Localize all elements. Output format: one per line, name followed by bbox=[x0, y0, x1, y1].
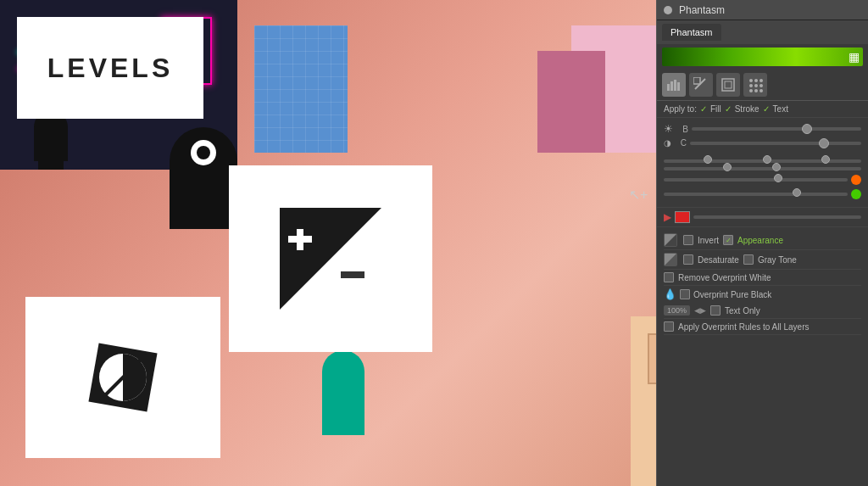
levels-plus-minus-icon bbox=[280, 208, 381, 310]
channel-row-3 bbox=[664, 175, 861, 185]
fill-label[interactable]: Fill bbox=[710, 104, 721, 114]
c-slider-thumb[interactable] bbox=[819, 138, 829, 148]
apply-overprint-label[interactable]: Apply Overprint Rules to All Layers bbox=[678, 322, 810, 332]
halftone-icon-btn[interactable] bbox=[743, 73, 767, 97]
remove-overprint-label[interactable]: Remove Overprint White bbox=[678, 273, 771, 282]
stroke-check: ✓ bbox=[725, 104, 732, 114]
orange-dot bbox=[851, 175, 861, 185]
panel-title: Phantasm bbox=[679, 4, 725, 16]
stepper-icon[interactable]: ◀▶ bbox=[694, 306, 706, 315]
remove-overprint-row: Remove Overprint White bbox=[664, 270, 861, 286]
ch-thumb-2b[interactable] bbox=[772, 163, 781, 171]
panel-titlebar: Phantasm bbox=[657, 0, 868, 20]
text-only-label[interactable]: Text Only bbox=[725, 306, 760, 316]
menu-icon: ▦ bbox=[849, 50, 860, 64]
appearance-checkbox[interactable] bbox=[723, 235, 733, 245]
levels-card: LEVELS bbox=[17, 17, 203, 119]
green-dot bbox=[851, 189, 861, 199]
svg-rect-10 bbox=[674, 80, 676, 91]
options-section: Invert Appearance Desaturate Gray Tone R… bbox=[657, 227, 868, 338]
phantasm-panel: Phantasm Phantasm ▦ bbox=[656, 0, 868, 486]
c-label: C bbox=[675, 138, 687, 148]
main-character-figure bbox=[170, 127, 237, 229]
color-slider[interactable] bbox=[693, 215, 861, 219]
bc-sliders: ☀ B ◑ C bbox=[657, 118, 868, 156]
gradient-preset-bar[interactable]: ▦ bbox=[662, 47, 863, 66]
desaturate-icon bbox=[664, 253, 677, 266]
ch-slider-2[interactable] bbox=[664, 167, 861, 170]
invert-row: Invert Appearance bbox=[664, 231, 861, 250]
contrast-icon: ◑ bbox=[664, 138, 671, 148]
color-row: ▶ bbox=[657, 208, 868, 227]
svg-point-21 bbox=[760, 84, 763, 87]
channel-sliders-section bbox=[657, 156, 868, 208]
stroke-label[interactable]: Stroke bbox=[735, 104, 760, 114]
svg-rect-9 bbox=[670, 81, 673, 91]
desaturate-label[interactable]: Desaturate bbox=[698, 255, 739, 265]
svg-rect-15 bbox=[725, 81, 732, 88]
svg-rect-14 bbox=[722, 79, 734, 91]
apply-overprint-checkbox[interactable] bbox=[664, 321, 674, 332]
svg-rect-8 bbox=[667, 84, 670, 91]
cursor-icon: ↖+ bbox=[629, 187, 649, 207]
apply-to-row: Apply to: ✓ Fill ✓ Stroke ✓ Text bbox=[657, 101, 868, 118]
svg-point-16 bbox=[749, 79, 753, 82]
channel-row-1 bbox=[664, 159, 861, 163]
sun-icon: ☀ bbox=[664, 123, 673, 135]
fill-check: ✓ bbox=[700, 104, 707, 114]
ch-thumb-1c[interactable] bbox=[821, 155, 830, 164]
appearance-label[interactable]: Appearance bbox=[737, 236, 783, 245]
invert-checkbox[interactable] bbox=[683, 235, 693, 245]
color-swatch[interactable] bbox=[675, 211, 690, 223]
pink-building-2 bbox=[537, 51, 605, 153]
color-arrow-icon[interactable]: ▶ bbox=[664, 211, 671, 223]
teal-character-figure bbox=[322, 350, 364, 435]
ch-slider-1[interactable] bbox=[664, 159, 861, 163]
b-slider-thumb[interactable] bbox=[802, 124, 812, 134]
svg-point-23 bbox=[754, 89, 758, 92]
histogram-icon-btn[interactable] bbox=[662, 73, 686, 97]
ch-slider-4[interactable] bbox=[664, 193, 848, 196]
text-check: ✓ bbox=[763, 104, 770, 114]
curves-icon-btn[interactable] bbox=[716, 73, 740, 97]
blue-building-grid bbox=[254, 25, 348, 153]
gray-tone-checkbox[interactable] bbox=[743, 254, 754, 265]
levels-title: LEVELS bbox=[47, 53, 173, 84]
levels-icon-btn[interactable] bbox=[689, 73, 713, 97]
apply-overprint-row: Apply Overprint Rules to All Layers bbox=[664, 319, 861, 335]
ch-thumb-3[interactable] bbox=[774, 174, 782, 182]
svg-rect-11 bbox=[677, 82, 680, 91]
svg-rect-4 bbox=[341, 271, 364, 278]
ch-thumb-1b[interactable] bbox=[763, 155, 771, 164]
panel-close-button[interactable] bbox=[664, 6, 672, 14]
svg-rect-13 bbox=[693, 77, 700, 84]
overprint-black-checkbox[interactable] bbox=[680, 289, 690, 299]
ch-slider-3[interactable] bbox=[664, 178, 848, 182]
panel-tab-bar: Phantasm bbox=[657, 20, 868, 44]
percent-badge[interactable]: 100% bbox=[664, 305, 690, 316]
ch-thumb-1a[interactable] bbox=[704, 155, 712, 164]
ch-thumb-2a[interactable] bbox=[723, 163, 732, 171]
brightness-row: ☀ B bbox=[664, 123, 861, 135]
svg-point-24 bbox=[760, 89, 763, 92]
gray-tone-label[interactable]: Gray Tone bbox=[758, 255, 797, 265]
channel-row-2 bbox=[664, 167, 861, 170]
svg-point-19 bbox=[749, 84, 753, 87]
desaturate-row: Desaturate Gray Tone bbox=[664, 250, 861, 270]
invert-label[interactable]: Invert bbox=[698, 236, 719, 245]
percent-row: 100% ◀▶ Text Only bbox=[664, 303, 861, 319]
ch-thumb-4[interactable] bbox=[793, 188, 801, 197]
remove-overprint-checkbox[interactable] bbox=[664, 272, 674, 282]
desaturate-icon bbox=[76, 331, 170, 424]
overprint-black-row: 💧 Overprint Pure Black bbox=[664, 286, 861, 303]
desaturate-checkbox[interactable] bbox=[683, 254, 693, 265]
text-only-checkbox[interactable] bbox=[710, 305, 721, 316]
b-slider[interactable] bbox=[692, 127, 861, 131]
text-label[interactable]: Text bbox=[773, 104, 788, 114]
overprint-black-label[interactable]: Overprint Pure Black bbox=[693, 290, 771, 299]
phantasm-tab[interactable]: Phantasm bbox=[662, 24, 721, 41]
apply-to-label: Apply to: bbox=[664, 104, 697, 114]
c-slider[interactable] bbox=[690, 142, 861, 145]
circle-slash-card bbox=[25, 297, 220, 458]
svg-point-20 bbox=[754, 84, 758, 87]
